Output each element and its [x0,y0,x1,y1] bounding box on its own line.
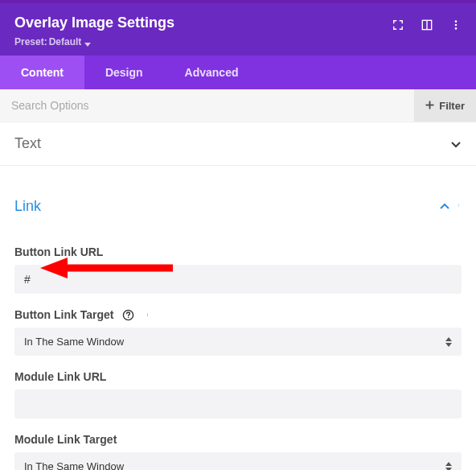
plus-icon [425,100,434,112]
header: Overlay Image Settings Preset: Default [0,3,476,56]
button-link-target-label: Button Link Target [14,308,113,321]
svg-point-7 [458,204,459,204]
field-more-icon[interactable] [142,308,155,321]
chevron-up-icon [439,201,450,212]
button-link-target-value: In The Same Window [24,336,124,348]
search-input[interactable] [0,89,414,122]
module-link-target-value: In The Same Window [24,460,124,470]
button-link-url-label: Button Link URL [14,245,103,258]
chevron-down-icon [450,138,462,150]
svg-point-2 [455,20,458,23]
help-icon[interactable] [121,308,134,321]
preset-dropdown-caret-icon[interactable] [84,43,91,47]
section-link-header[interactable]: Link [0,185,476,228]
module-link-target-select[interactable]: In The Same Window [14,452,462,470]
field-module-link-url: Module Link URL [14,370,462,418]
svg-point-13 [148,315,149,315]
expand-icon[interactable] [391,18,405,32]
field-button-link-url: Button Link URL [14,245,462,294]
section-more-icon[interactable] [458,200,462,214]
field-module-link-target: Module Link Target In The Same Window [14,433,462,470]
select-arrows-icon [445,337,452,347]
section-text-header[interactable]: Text [0,122,476,165]
tab-content[interactable]: Content [0,56,84,89]
svg-point-11 [128,316,129,318]
panel-split-icon[interactable] [420,18,434,32]
more-vertical-icon[interactable] [449,18,463,32]
tab-design[interactable]: Design [84,56,164,89]
svg-point-4 [455,27,458,30]
select-arrows-icon [445,462,452,471]
tabs: Content Design Advanced [0,56,476,89]
svg-point-14 [148,315,149,316]
filter-button[interactable]: Filter [414,89,476,122]
section-text: Text [0,122,476,166]
button-link-url-input[interactable] [14,265,462,294]
section-link-body: Button Link URL Button Link Target [0,228,476,470]
tab-advanced[interactable]: Advanced [164,56,260,89]
module-link-url-label: Module Link URL [14,370,106,383]
svg-point-9 [458,206,459,207]
module-link-target-label: Module Link Target [14,433,117,446]
section-link: Link Button Link URL [0,185,476,470]
section-text-title: Text [14,135,450,152]
filter-label: Filter [439,100,465,112]
preset-label: Preset: [14,36,47,47]
section-link-title: Link [14,198,439,215]
search-bar: Filter [0,89,476,122]
svg-point-3 [455,24,458,27]
preset-value[interactable]: Default [49,36,82,47]
module-link-url-input[interactable] [14,390,462,418]
svg-point-8 [458,204,459,205]
svg-point-12 [148,313,149,314]
field-button-link-target: Button Link Target In The Same Window [14,308,462,356]
button-link-target-select[interactable]: In The Same Window [14,328,462,356]
